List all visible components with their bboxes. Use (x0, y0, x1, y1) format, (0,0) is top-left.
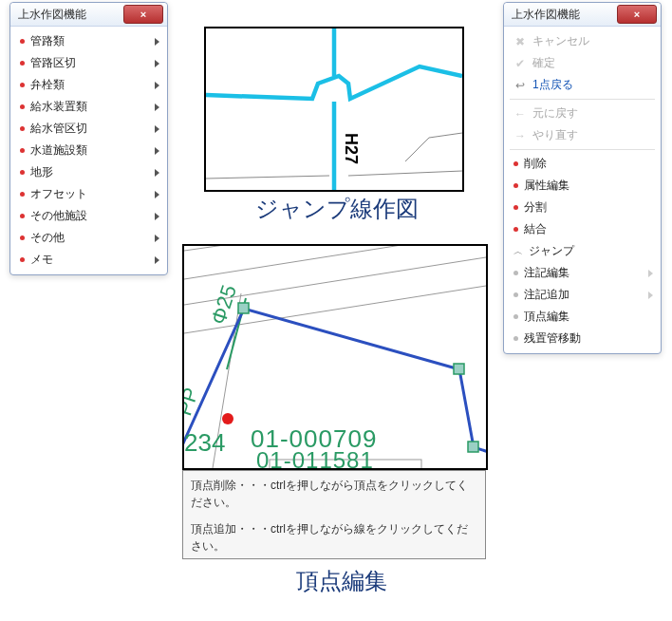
action-attr-edit[interactable]: 属性編集 (504, 175, 661, 197)
menu-label: メモ (30, 252, 53, 268)
check-icon: ✔ (513, 57, 527, 70)
action-label: 注記編集 (524, 265, 569, 281)
menu-label: その他施設 (30, 208, 87, 224)
back-icon: ↩ (513, 79, 527, 92)
action-jump[interactable]: ︿ジャンプ (504, 240, 661, 262)
svg-line-0 (206, 176, 329, 179)
bullet-icon (20, 214, 25, 218)
svg-line-5 (184, 246, 486, 279)
action-label: 属性編集 (524, 178, 569, 194)
action-undo: ←元に戻す (504, 103, 661, 124)
left-panel-title: 上水作図機能 (18, 7, 86, 23)
menu-label: 給水装置類 (30, 99, 87, 115)
right-panel-titlebar[interactable]: 上水作図機能 × (504, 3, 661, 27)
bullet-icon (20, 126, 25, 131)
chevron-right-icon (648, 270, 653, 277)
instruction-box: 頂点削除・・・ctrlを押しながら頂点をクリックしてください。 頂点追加・・・c… (182, 470, 486, 559)
menu-item-pipe-section[interactable]: 管路区切 (10, 52, 167, 74)
menu-item-terrain[interactable]: 地形 (10, 161, 167, 183)
svg-line-1 (348, 171, 462, 176)
action-abandoned-move[interactable]: 残置管移動 (504, 328, 661, 349)
menu-item-supply-device[interactable]: 給水装置類 (10, 96, 167, 118)
arrow-left-icon: ← (513, 107, 527, 121)
svg-rect-13 (468, 442, 478, 452)
close-button[interactable]: × (617, 5, 657, 24)
svg-rect-11 (238, 303, 249, 313)
action-back-one[interactable]: ↩1点戻る (504, 74, 661, 96)
bullet-icon (513, 314, 518, 319)
bullet-icon (20, 148, 25, 153)
action-label: 頂点編集 (524, 309, 569, 325)
action-label: 注記追加 (524, 287, 569, 303)
chevron-right-icon (155, 60, 159, 67)
bullet-icon (20, 39, 25, 44)
menu-label: 管路区切 (30, 55, 76, 71)
figure2-code2: 01-011581 (256, 447, 374, 470)
menu-label: オフセット (30, 186, 87, 202)
action-confirm: ✔確定 (504, 52, 661, 74)
action-split[interactable]: 分割 (504, 197, 661, 218)
chevron-right-icon (155, 125, 159, 133)
menu-item-other-facility[interactable]: その他施設 (10, 205, 167, 227)
menu-label: 管路類 (30, 33, 65, 49)
chevron-right-icon (155, 256, 159, 264)
action-label: 確定 (532, 55, 555, 71)
chevron-right-icon (155, 38, 159, 46)
bullet-icon (20, 104, 25, 109)
figure-vertex-edit: Φ25 PP 234 01-000709 01-011581 (182, 244, 488, 470)
svg-line-4 (184, 246, 486, 251)
action-label: 1点戻る (532, 77, 573, 93)
menu-item-other[interactable]: その他 (10, 227, 167, 249)
close-icon: × (634, 9, 640, 20)
action-join[interactable]: 結合 (504, 218, 661, 240)
action-label: やり直す (532, 127, 578, 143)
left-panel-titlebar[interactable]: 上水作図機能 × (10, 3, 167, 27)
action-cancel: ✖キャンセル (504, 30, 661, 52)
svg-rect-12 (454, 364, 464, 374)
bullet-icon (513, 183, 518, 188)
action-delete[interactable]: 削除 (504, 153, 661, 175)
action-note-add[interactable]: 注記追加 (504, 284, 661, 306)
bullet-icon (20, 83, 25, 87)
menu-item-pipeline[interactable]: 管路類 (10, 30, 167, 52)
action-label: 削除 (524, 156, 547, 172)
chevron-right-icon (648, 292, 653, 299)
separator (510, 99, 655, 100)
menu-item-valve[interactable]: 弁栓類 (10, 74, 167, 96)
figure2-numleft: 234 (184, 428, 225, 458)
menu-label: その他 (30, 230, 65, 246)
instruction-line2: 頂点追加・・・ctrlを押しながら線をクリックしてください。 (191, 520, 477, 555)
bullet-icon (513, 227, 518, 232)
action-label: 元に戻す (532, 105, 578, 122)
separator (510, 149, 655, 150)
action-vertex-edit[interactable]: 頂点編集 (504, 306, 661, 328)
action-redo: →やり直す (504, 124, 661, 146)
figure-jump-line: H27 (204, 27, 464, 192)
menu-item-offset[interactable]: オフセット (10, 183, 167, 205)
action-label: 分割 (524, 199, 547, 216)
right-panel: 上水作図機能 × ✖キャンセル ✔確定 ↩1点戻る ←元に戻す →やり直す 削除… (503, 2, 662, 354)
action-label: 結合 (524, 221, 547, 237)
chevron-right-icon (155, 169, 159, 177)
bullet-icon (20, 257, 25, 262)
bullet-icon (513, 205, 518, 210)
cancel-icon: ✖ (513, 35, 527, 48)
menu-label: 水道施設類 (30, 142, 87, 159)
action-note-edit[interactable]: 注記編集 (504, 262, 661, 284)
chevron-right-icon (155, 104, 159, 111)
bullet-icon (513, 271, 518, 275)
menu-label: 給水管区切 (30, 121, 87, 137)
figure1-vertical-label: H27 (341, 133, 361, 164)
menu-item-waterworks[interactable]: 水道施設類 (10, 140, 167, 161)
bullet-icon (20, 235, 25, 240)
jump-line-svg (206, 28, 462, 190)
bullet-icon (20, 61, 25, 66)
figure2-caption: 頂点編集 (256, 566, 427, 596)
menu-label: 弁栓類 (30, 77, 65, 93)
chevron-right-icon (155, 147, 159, 155)
bullet-icon (20, 170, 25, 175)
close-button[interactable]: × (123, 5, 163, 24)
menu-item-memo[interactable]: メモ (10, 249, 167, 271)
menu-item-supply-pipe-section[interactable]: 給水管区切 (10, 118, 167, 140)
chevron-right-icon (155, 82, 159, 89)
